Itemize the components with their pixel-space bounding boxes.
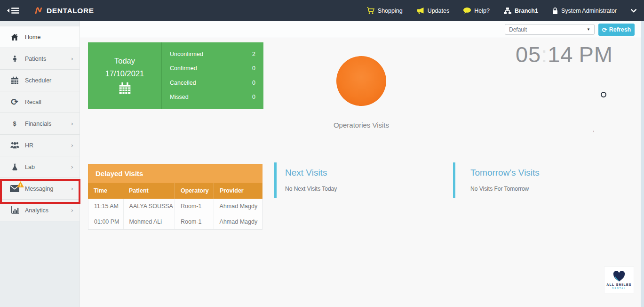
stat-value: 0 — [252, 94, 255, 100]
sidebar-item-label: HR — [25, 142, 33, 149]
hamburger-icon — [7, 7, 20, 14]
scrollbar-track[interactable] — [641, 21, 644, 307]
view-select[interactable]: Default ▼ — [505, 24, 595, 35]
sidebar-item-recall[interactable]: ⟳ Recall — [0, 91, 80, 113]
cell-operatory: Room-1 — [175, 199, 214, 214]
calendar-icon — [9, 76, 20, 84]
sidebar-item-label: Patients — [25, 56, 46, 62]
nav-help[interactable]: Help? — [463, 8, 490, 14]
warning-triangle-icon: ! — [17, 181, 24, 189]
clinic-logo-tagline: DENTAL — [612, 287, 626, 290]
clinic-logo-name: ALL SMILES — [606, 283, 631, 286]
app-title: DENTALORE — [47, 7, 94, 15]
stat-value: 0 — [252, 65, 255, 72]
refresh-icon: ⟳ — [602, 26, 607, 33]
cell-provider: Ahmad Magdy — [214, 199, 262, 214]
user-dropdown-toggle[interactable] — [631, 9, 636, 13]
sidebar-item-patients[interactable]: Patients › — [0, 48, 80, 70]
nav-shopping[interactable]: Shopping — [366, 7, 403, 14]
app-logo: DENTALORE — [35, 7, 94, 15]
recall-icon: ⟳ — [9, 97, 20, 106]
column-header: Provider — [214, 183, 262, 199]
select-caret-icon: ▼ — [587, 27, 590, 32]
next-visits-empty-message: No Next Visits Today — [285, 186, 337, 192]
sidebar-menu: Home Patients › Scheduler ⟳ Recall — [0, 26, 80, 221]
nav-user-label: System Administrator — [561, 8, 617, 14]
dashboard-screen: DENTALORE Shopping Updates Help? Branch1… — [0, 0, 644, 307]
today-title: Today — [114, 57, 135, 65]
cell-patient: Mohmed ALi — [124, 214, 175, 229]
clock-hours: 05 — [516, 42, 541, 67]
sidebar-item-home[interactable]: Home — [0, 26, 80, 48]
refresh-button[interactable]: ⟳ Refresh — [598, 24, 635, 36]
cart-icon — [366, 7, 374, 14]
sidebar-item-financials[interactable]: $ Financials › — [0, 113, 80, 135]
clock-minutes: 14 — [548, 42, 573, 67]
sidebar-item-label: Recall — [25, 99, 41, 105]
small-circle-marker — [601, 92, 606, 97]
sidebar-item-label: Lab — [25, 164, 35, 170]
sidebar-item-scheduler[interactable]: Scheduler — [0, 70, 80, 91]
sidebar-item-label: Scheduler — [25, 77, 51, 84]
stat-value: 0 — [252, 80, 255, 86]
calendar-icon — [119, 82, 131, 95]
sidebar-item-label: Analytics — [25, 207, 48, 214]
sidebar-item-hr[interactable]: HR › — [0, 135, 80, 156]
column-header: Operatory — [175, 183, 214, 199]
nav-branch-label: Branch1 — [515, 8, 538, 14]
pulse-logo-icon — [35, 7, 43, 15]
nav-user-menu[interactable]: System Administrator — [552, 8, 617, 14]
operatories-bubble[interactable] — [336, 56, 386, 106]
svg-text:$: $ — [13, 121, 16, 127]
envelope-icon: ! — [9, 185, 20, 192]
nav-branch[interactable]: Branch1 — [504, 8, 538, 14]
lock-icon — [552, 8, 558, 14]
table-row: 11:15 AM AALYA SOUSSA Room-1 Ahmad Magdy — [88, 199, 262, 214]
nav-shopping-label: Shopping — [378, 8, 403, 14]
sidebar-item-lab[interactable]: Lab › — [0, 156, 80, 178]
chart-artifact-mark: , — [593, 127, 594, 132]
submenu-chevron-icon: › — [71, 142, 73, 149]
stat-row: Confirmed 0 — [162, 65, 263, 72]
sidebar: Home Patients › Scheduler ⟳ Recall — [0, 21, 80, 307]
stat-label: Cancelled — [170, 80, 196, 86]
cell-time: 11:15 AM — [88, 199, 124, 214]
delayed-visits-title: Delayed Visits — [88, 164, 262, 183]
sidebar-collapse-button[interactable] — [7, 7, 20, 14]
patient-icon — [9, 55, 20, 63]
delayed-visits-panel: Delayed Visits Time Patient Operatory Pr… — [88, 164, 262, 230]
sitemap-icon — [504, 8, 511, 14]
sidebar-item-messaging[interactable]: ! Messaging › — [0, 178, 80, 200]
flask-icon — [9, 163, 20, 171]
stat-row: Unconfirmed 2 — [162, 51, 263, 57]
nav-updates[interactable]: Updates — [417, 8, 450, 14]
table-row: 01:00 PM Mohmed ALi Room-1 Ahmad Magdy — [88, 214, 262, 230]
bar-chart-icon — [9, 206, 20, 214]
column-header: Time — [88, 183, 123, 199]
stat-label: Missed — [170, 94, 189, 100]
dashboard-clock: 05:14PM — [516, 41, 613, 67]
submenu-chevron-icon: › — [71, 163, 73, 170]
next-visits-title: Next Visits — [285, 168, 327, 178]
delayed-visits-header-row: Time Patient Operatory Provider — [88, 183, 262, 199]
submenu-chevron-icon: › — [71, 55, 73, 62]
stat-label: Unconfirmed — [170, 51, 203, 57]
cell-operatory: Room-1 — [175, 214, 214, 229]
sidebar-item-analytics[interactable]: Analytics › — [0, 200, 80, 221]
today-summary-card: Today 17/10/2021 Unconfirmed 2 Confirmed… — [88, 42, 263, 109]
chat-bubble-icon — [463, 8, 471, 14]
dollar-icon: $ — [9, 120, 20, 128]
refresh-button-label: Refresh — [609, 26, 631, 33]
today-card-stats: Unconfirmed 2 Confirmed 0 Cancelled 0 Mi… — [162, 42, 263, 109]
clinic-logo: ALL SMILES DENTAL — [604, 267, 634, 293]
tomorrow-visits-empty-message: No Visits For Tomorrow — [470, 186, 529, 192]
tomorrow-visits-accent-bar — [453, 162, 455, 198]
view-select-value: Default — [509, 26, 527, 33]
tomorrow-visits-title: Tomorrow's Visits — [470, 168, 540, 178]
nav-help-label: Help? — [474, 8, 490, 14]
stat-row: Cancelled 0 — [162, 80, 263, 86]
sidebar-item-label: Messaging — [25, 186, 53, 192]
home-icon — [9, 33, 20, 41]
svg-text:!: ! — [20, 183, 21, 187]
sidebar-item-label: Home — [25, 34, 40, 40]
